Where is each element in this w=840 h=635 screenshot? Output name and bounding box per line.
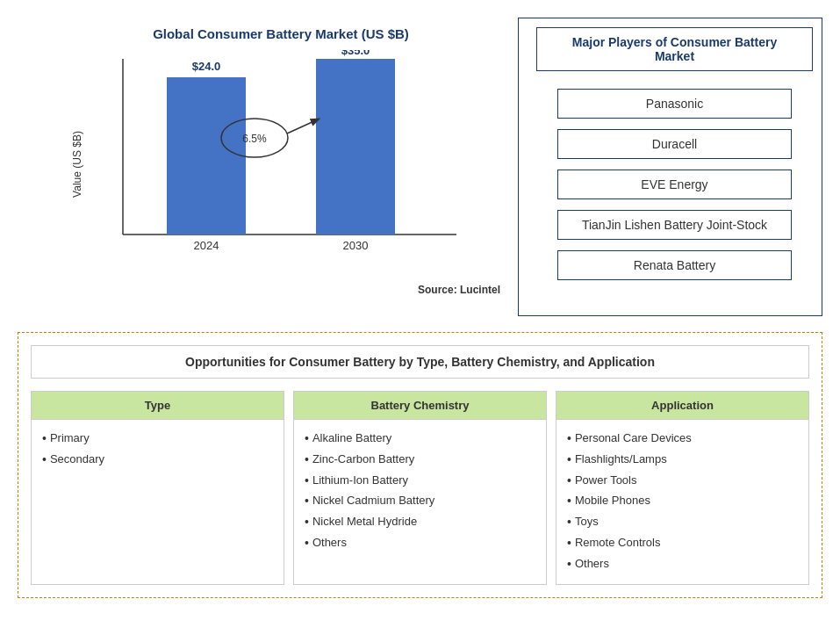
bar-2030 [316, 59, 395, 235]
svg-text:2030: 2030 [343, 239, 369, 252]
chart-area: Value (US $B) $24.0 $35.0 2024 2030 [79, 50, 483, 278]
svg-text:2024: 2024 [194, 239, 219, 252]
y-axis-label: Value (US $B) [71, 131, 83, 198]
bar-2024 [167, 77, 246, 235]
svg-text:$35.0: $35.0 [341, 50, 370, 57]
player-renata: Renata Battery [557, 250, 793, 280]
player-eve-energy: EVE Energy [557, 170, 793, 199]
chart-title: Global Consumer Battery Market (US $B) [61, 26, 500, 41]
player-duracell: Duracell [557, 129, 793, 159]
chart-container: Global Consumer Battery Market (US $B) V… [18, 18, 509, 316]
list-item: •Toys [567, 512, 798, 533]
opp-header-chemistry: Battery Chemistry [294, 392, 546, 420]
opp-body-application: •Personal Care Devices •Flashlights/Lamp… [556, 420, 808, 584]
opp-body-type: •Primary •Secondary [32, 420, 284, 480]
list-item: •Mobile Phones [567, 491, 798, 512]
list-item: •Power Tools [567, 471, 798, 492]
players-container: Major Players of Consumer Battery Market… [518, 18, 822, 316]
bottom-section: Opportunities for Consumer Battery by Ty… [18, 332, 822, 598]
opp-column-application: Application •Personal Care Devices •Flas… [556, 391, 809, 585]
chart-svg: $24.0 $35.0 2024 2030 6.5% [79, 50, 483, 278]
opp-body-chemistry: •Alkaline Battery •Zinc-Carbon Battery •… [294, 420, 546, 563]
players-title: Major Players of Consumer Battery Market [536, 27, 813, 71]
opp-header-application: Application [556, 392, 808, 420]
list-item: •Alkaline Battery [305, 429, 535, 450]
main-container: Global Consumer Battery Market (US $B) V… [0, 0, 840, 616]
list-item: •Lithium-Ion Battery [305, 471, 535, 492]
cagr-label: 6.5% [242, 133, 267, 145]
opp-header-type: Type [32, 392, 284, 420]
player-panasonic: Panasonic [557, 89, 793, 119]
cagr-arrow [287, 120, 316, 133]
opp-column-type: Type •Primary •Secondary [31, 391, 284, 585]
list-item: •Nickel Cadmium Battery [305, 491, 535, 512]
list-item: •Nickel Metal Hydride [305, 512, 535, 533]
opp-column-chemistry: Battery Chemistry •Alkaline Battery •Zin… [293, 391, 547, 585]
list-item: •Primary [42, 429, 273, 450]
list-item: •Personal Care Devices [567, 429, 798, 450]
list-item: •Others [305, 533, 535, 554]
opportunities-grid: Type •Primary •Secondary Battery Chemist… [31, 391, 809, 585]
list-item: •Zinc-Carbon Battery [305, 450, 535, 471]
list-item: •Remote Controls [567, 533, 798, 554]
list-item: •Flashlights/Lamps [567, 450, 798, 471]
list-item: •Secondary [42, 450, 273, 471]
svg-text:$24.0: $24.0 [192, 60, 221, 73]
list-item: •Others [567, 554, 798, 575]
player-tianjin: TianJin Lishen Battery Joint-Stock [557, 210, 793, 240]
top-section: Global Consumer Battery Market (US $B) V… [18, 18, 822, 316]
opportunities-title: Opportunities for Consumer Battery by Ty… [31, 345, 809, 379]
source-text: Source: Lucintel [61, 284, 500, 296]
